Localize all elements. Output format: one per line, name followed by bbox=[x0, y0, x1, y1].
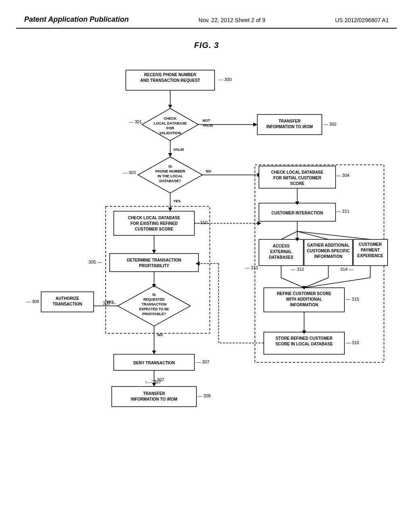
svg-text:305 —: 305 — bbox=[89, 260, 102, 264]
svg-text:FOR EXISTING REFINED: FOR EXISTING REFINED bbox=[130, 221, 177, 226]
svg-text:— 308: — 308 bbox=[198, 393, 211, 398]
svg-text:DENY TRANSACTION: DENY TRANSACTION bbox=[133, 361, 175, 365]
svg-text:EXPERIENCE: EXPERIENCE bbox=[357, 254, 384, 258]
publication-number: US 2012/0296807 A1 bbox=[335, 15, 389, 23]
svg-text:PROFITABLE?: PROFITABLE? bbox=[142, 312, 166, 316]
svg-marker-130 bbox=[257, 221, 261, 225]
svg-text:REFINE CUSTOMER SCORE: REFINE CUSTOMER SCORE bbox=[277, 291, 332, 296]
svg-text:CHECK LOCAL DATABASE: CHECK LOCAL DATABASE bbox=[128, 216, 180, 220]
svg-text:IS: IS bbox=[169, 164, 172, 168]
svg-text:— 307: — 307 bbox=[151, 377, 164, 382]
svg-text:ACCESS: ACCESS bbox=[273, 244, 290, 248]
svg-text:DATABASE?: DATABASE? bbox=[159, 179, 181, 183]
svg-text:— 304: — 304 bbox=[336, 173, 349, 178]
svg-text:INFORMATION TO iROM: INFORMATION TO iROM bbox=[131, 397, 177, 401]
svg-text:NOT: NOT bbox=[202, 118, 211, 123]
svg-text:SCORE: SCORE bbox=[290, 181, 305, 186]
svg-text:AND TRANSACTION REQUEST: AND TRANSACTION REQUEST bbox=[140, 78, 200, 83]
svg-text:— 316: — 316 bbox=[346, 340, 359, 345]
svg-line-75 bbox=[281, 231, 297, 239]
svg-marker-30 bbox=[168, 208, 172, 211]
svg-text:FOR INITIAL CUSTOMER: FOR INITIAL CUSTOMER bbox=[273, 176, 321, 180]
svg-text:— 312: — 312 bbox=[291, 267, 304, 272]
svg-text:EXPECTED TO BE: EXPECTED TO BE bbox=[139, 307, 169, 311]
svg-text:SCORE IN LOCAL DATABASE: SCORE IN LOCAL DATABASE bbox=[275, 342, 333, 346]
svg-text:YES: YES bbox=[106, 300, 114, 304]
svg-line-88 bbox=[304, 278, 370, 288]
svg-text:AUTHORIZE: AUTHORIZE bbox=[56, 296, 79, 301]
svg-text:VALID: VALID bbox=[173, 148, 184, 152]
publication-date-sheet: Nov. 22, 2012 Sheet 2 of 9 bbox=[198, 15, 265, 23]
svg-line-86 bbox=[281, 278, 304, 288]
page-header: Patent Application Publication Nov. 22, … bbox=[16, 8, 397, 29]
svg-text:TRANSACTION: TRANSACTION bbox=[53, 302, 82, 306]
svg-text:CUSTOMER SCORE: CUSTOMER SCORE bbox=[135, 227, 173, 231]
svg-text:— 311: — 311 bbox=[336, 209, 349, 214]
svg-text:IN THE LOCAL: IN THE LOCAL bbox=[158, 174, 183, 178]
svg-text:CHECK: CHECK bbox=[164, 116, 177, 121]
svg-text:— 303: — 303 bbox=[123, 170, 136, 175]
svg-text:DATABASES: DATABASES bbox=[269, 255, 294, 260]
svg-marker-5 bbox=[168, 105, 172, 108]
svg-marker-113 bbox=[152, 351, 156, 354]
svg-text:NO: NO bbox=[206, 169, 211, 173]
svg-line-87 bbox=[304, 278, 328, 288]
flowchart-svg: RECEIVE PHONE NUMBER AND TRANSACTION REQ… bbox=[17, 62, 396, 505]
svg-text:— 302: — 302 bbox=[323, 122, 336, 127]
svg-text:INFORMATION: INFORMATION bbox=[314, 254, 342, 259]
svg-text:— 301: — 301 bbox=[129, 119, 142, 124]
svg-text:LOCAL DATABASE: LOCAL DATABASE bbox=[154, 121, 187, 125]
svg-text:WITH ADDITIONAL: WITH ADDITIONAL bbox=[286, 297, 322, 301]
svg-text:VALID: VALID bbox=[202, 123, 213, 127]
svg-text:PHONE NUMBER: PHONE NUMBER bbox=[155, 169, 186, 173]
svg-text:— 315: — 315 bbox=[346, 297, 359, 301]
svg-text:— 309: — 309 bbox=[26, 299, 39, 304]
svg-text:— 300: — 300 bbox=[219, 77, 232, 82]
svg-text:TRANSFER: TRANSFER bbox=[143, 391, 165, 396]
svg-marker-48 bbox=[152, 250, 156, 254]
svg-text:TRANSFER: TRANSFER bbox=[279, 119, 301, 123]
svg-text:IS: IS bbox=[152, 293, 156, 297]
svg-text:CUSTOMER INTERACTION: CUSTOMER INTERACTION bbox=[271, 211, 323, 215]
svg-text:GATHER ADDITIONAL: GATHER ADDITIONAL bbox=[307, 243, 350, 247]
svg-text:PAYMENT: PAYMENT bbox=[361, 248, 380, 252]
svg-text:— 307: — 307 bbox=[196, 360, 209, 364]
svg-text:CUSTOMER-SPECIFIC: CUSTOMER-SPECIFIC bbox=[307, 249, 350, 253]
svg-text:FOR: FOR bbox=[167, 126, 174, 130]
page: Patent Application Publication Nov. 22, … bbox=[0, 0, 413, 532]
svg-line-77 bbox=[297, 231, 370, 239]
svg-text:DETERMINE TRANSACTION: DETERMINE TRANSACTION bbox=[127, 258, 181, 262]
svg-rect-124 bbox=[112, 387, 196, 407]
svg-text:PROFITABILITY: PROFITABILITY bbox=[139, 264, 169, 268]
svg-text:314 —: 314 — bbox=[340, 267, 353, 272]
svg-text:INFORMATION TO iROM: INFORMATION TO iROM bbox=[266, 125, 313, 129]
svg-rect-49 bbox=[110, 254, 198, 272]
svg-text:STORE REFINED CUSTOMER: STORE REFINED CUSTOMER bbox=[276, 336, 333, 341]
svg-text:— 313: — 313 bbox=[245, 265, 258, 270]
svg-text:YES: YES bbox=[173, 199, 181, 203]
figure-title: FIG. 3 bbox=[16, 41, 397, 50]
svg-text:VALIDATION: VALIDATION bbox=[159, 131, 181, 135]
svg-text:EXTERNAL: EXTERNAL bbox=[270, 249, 292, 254]
svg-text:REQUESTED: REQUESTED bbox=[144, 297, 165, 301]
svg-text:CUSTOMER: CUSTOMER bbox=[359, 242, 382, 247]
svg-text:INFORMATION: INFORMATION bbox=[290, 303, 318, 307]
svg-marker-21 bbox=[168, 153, 172, 157]
svg-marker-13 bbox=[253, 123, 257, 127]
publication-type: Patent Application Publication bbox=[24, 15, 129, 24]
svg-line-76 bbox=[297, 231, 328, 239]
svg-text:CHECK LOCAL DATABASE: CHECK LOCAL DATABASE bbox=[271, 170, 323, 175]
svg-text:— 310: — 310 bbox=[194, 220, 207, 225]
svg-text:TRANSACTION: TRANSACTION bbox=[142, 302, 167, 306]
svg-text:RECEIVE PHONE NUMBER: RECEIVE PHONE NUMBER bbox=[144, 73, 197, 77]
